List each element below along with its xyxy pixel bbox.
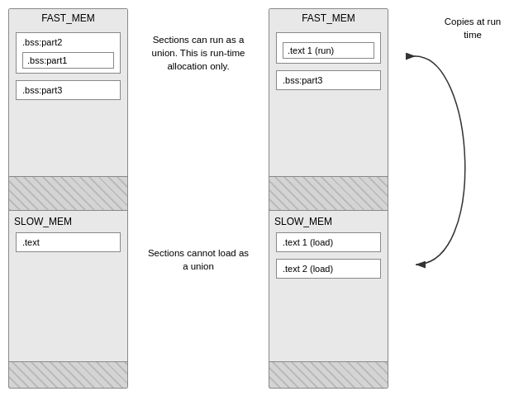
annotation-bottom-text: Sections cannot load as a union [145,246,252,273]
copies-at-run-time-label: Copies at run time [445,17,501,40]
left-fast-mem-title: FAST_MEM [9,9,127,27]
left-bss-part3-label: .bss:part3 [22,85,62,95]
right-slow-mem-title: SLOW_MEM [269,211,388,229]
right-text1-load-label: .text 1 (load) [283,237,333,247]
left-fast-hatch [9,176,127,211]
right-text1-box: .text 1 (run) [283,42,374,59]
left-bottom-hatch [9,361,127,388]
right-text-group: .text 1 (run) [276,32,381,64]
left-bss-part3-box: .bss:part3 [16,80,121,100]
right-fast-hatch [269,176,388,211]
curved-arrow-path [416,56,465,265]
right-text1-label: .text 1 (run) [288,45,334,55]
annotation-top-text: Sections can run as a union. This is run… [145,33,252,73]
right-annotation: Copies at run time [440,15,506,41]
left-bss-part1-box: .bss:part1 [22,52,114,69]
left-bss-part2-label: .bss:part2 [22,37,114,50]
right-text2-load-label: .text 2 (load) [283,264,333,274]
left-text-box: .text [16,232,121,252]
left-slow-mem-title: SLOW_MEM [9,211,127,229]
right-memory-block: FAST_MEM .text 1 (run) .bss:part3 [269,8,388,389]
left-bss-group: .bss:part2 .bss:part1 [16,32,121,74]
right-text2-label [283,37,374,40]
left-text-label: .text [22,237,40,247]
right-bss-part3-label: .bss:part3 [283,75,322,85]
right-memory-block-wrapper: FAST_MEM .text 1 (run) .bss:part3 [269,8,388,412]
annotation-column: Sections can run as a union. This is run… [128,8,269,412]
right-bss-part3-box: .bss:part3 [276,70,381,90]
right-text2-load-box: .text 2 (load) [276,259,381,279]
right-bottom-hatch [269,361,388,388]
right-text1-load-box: .text 1 (load) [276,232,381,252]
left-bss-part1-label: .bss:part1 [27,55,67,65]
right-fast-mem-title: FAST_MEM [269,9,388,27]
left-memory-block: FAST_MEM .bss:part2 .bss:part1 .bss:part… [8,8,128,389]
